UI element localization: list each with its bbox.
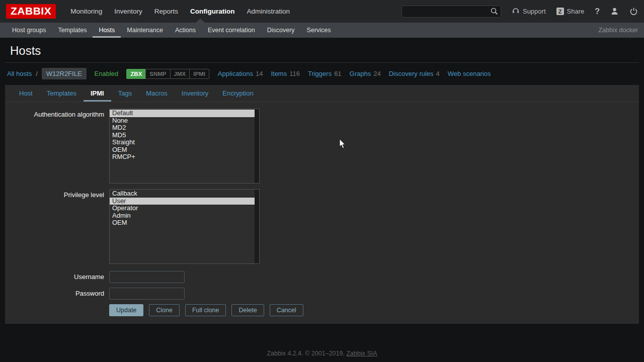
entity-link-label: Discovery rules [389,70,434,77]
entity-link-label: Applications [218,70,253,77]
form-buttons: UpdateCloneFull cloneDeleteCancel [109,304,639,316]
username-label: Username [5,271,104,281]
page-footer: Zabbix 4.2.4. © 2001–2019, Zabbix SIA [5,350,639,357]
search-input[interactable] [401,6,501,18]
share-z-icon: Z [556,8,564,15]
listbox-option[interactable]: MD2 [110,124,255,132]
host-tab[interactable]: Templates [40,85,84,102]
support-label: Support [523,8,546,15]
entity-count: 61 [334,70,341,77]
entity-count: 24 [373,70,380,77]
listbox-option[interactable]: OEM [110,146,255,154]
privilege-level-listbox[interactable]: CallbackUserOperatorAdminOEM [109,189,260,264]
username-row: Username [5,271,639,283]
host-tabs: HostTemplatesIPMITagsMacrosInventoryEncr… [5,85,639,102]
sub-menu-item[interactable]: Hosts [93,23,121,38]
form-button[interactable]: Clone [149,304,180,316]
entity-link[interactable]: Web scenarios [448,70,494,77]
footer-zabbix-sia-link[interactable]: Zabbix SIA [346,350,377,357]
entity-link-label: Triggers [308,70,332,77]
entity-link[interactable]: Applications14 [218,70,263,77]
listbox-option[interactable]: Default [110,110,255,117]
main-menu-item[interactable]: Inventory [108,8,148,15]
main-menu-item[interactable]: Reports [148,8,184,15]
form-button[interactable]: Cancel [270,304,303,316]
support-link[interactable]: Support [512,7,546,16]
host-tab[interactable]: Host [12,85,40,102]
entity-link[interactable]: Triggers61 [308,70,342,77]
listbox-option[interactable]: Admin [110,212,255,220]
auth-algorithm-listbox[interactable]: DefaultNoneMD2MD5StraightOEMRMCP+ [109,109,260,184]
sub-menu-item[interactable]: Services [301,23,337,38]
sub-menu-item[interactable]: Templates [52,23,93,38]
listbox-option[interactable]: None [110,117,255,125]
listbox-option[interactable]: User [110,198,255,205]
sub-menu-item[interactable]: Discovery [261,23,301,38]
listbox-option[interactable]: RMCP+ [110,153,255,161]
top-bar: ZABBIX MonitoringInventoryReportsConfigu… [0,0,644,23]
auth-algorithm-row: Authentication algorithm DefaultNoneMD2M… [5,109,639,184]
listbox-option[interactable]: Callback [110,190,255,198]
share-link[interactable]: Z Share [556,8,585,15]
footer-text: Zabbix 4.2.4. © 2001–2019, [267,350,346,357]
listbox-scrollbar[interactable] [255,190,259,263]
entity-link[interactable]: Discovery rules4 [389,70,440,77]
entity-link-label: Web scenarios [448,70,491,77]
sub-menu-item[interactable]: Event correlation [202,23,261,38]
breadcrumb-all-hosts-link[interactable]: All hosts [7,70,32,77]
main-menu-item[interactable]: Administration [241,8,296,15]
breadcrumb-host-name[interactable]: W12R2FILE [42,68,87,79]
help-icon[interactable]: ? [595,7,600,16]
listbox-option[interactable]: Operator [110,205,255,212]
auth-algorithm-label: Authentication algorithm [5,109,104,118]
search-icon[interactable] [491,8,498,17]
entity-count: 4 [436,70,440,77]
zabbix-logo[interactable]: ZABBIX [6,4,56,19]
listbox-option[interactable]: Straight [110,139,255,146]
breadcrumb: All hosts / W12R2FILE Enabled ZBXSNMPJMX… [5,63,639,85]
host-tab[interactable]: IPMI [84,85,111,102]
listbox-option[interactable]: OEM [110,219,255,227]
sub-menu-item[interactable]: Actions [169,23,202,38]
page-header: Hosts [5,38,639,63]
privilege-level-label: Privilege level [5,189,104,199]
main-menu-item[interactable]: Monitoring [64,8,108,15]
listbox-option[interactable]: MD5 [110,132,255,139]
active-menu-caret [196,19,205,23]
form-button[interactable]: Update [109,304,143,316]
entity-link[interactable]: Graphs24 [350,70,381,77]
sub-menu-item[interactable]: Maintenance [121,23,169,38]
form-button[interactable]: Delete [231,304,264,316]
entity-link-label: Items [271,70,287,77]
host-tab[interactable]: Macros [139,85,175,102]
interface-availability-badges: ZBXSNMPJMXIPMI [126,69,209,79]
entity-link[interactable]: Items116 [271,70,300,77]
entity-link-label: Graphs [350,70,371,77]
headphones-icon [512,7,520,16]
user-profile-icon[interactable] [610,7,619,16]
username-field[interactable] [109,271,185,283]
page-title: Hosts [10,44,634,58]
host-tab[interactable]: Inventory [175,85,215,102]
interface-badge: JMX [170,69,190,79]
sub-menu-list: Host groupsTemplatesHostsMaintenanceActi… [6,23,337,38]
host-entity-links: Applications14Items116Triggers61Graphs24… [218,70,502,77]
host-status-badge[interactable]: Enabled [95,70,119,77]
auth-options: DefaultNoneMD2MD5StraightOEMRMCP+ [110,109,255,161]
host-tab[interactable]: Tags [111,85,139,102]
host-tab[interactable]: Encryption [215,85,260,102]
logout-power-icon[interactable] [629,7,638,16]
ipmi-form: Authentication algorithm DefaultNoneMD2M… [5,102,639,316]
main-menu: MonitoringInventoryReportsConfigurationA… [64,8,296,15]
main-content: Hosts All hosts / W12R2FILE Enabled ZBXS… [5,38,639,357]
listbox-scrollbar[interactable] [255,109,259,183]
form-buttons-row: UpdateCloneFull cloneDeleteCancel [5,304,639,316]
main-menu-item[interactable]: Configuration [184,8,240,15]
form-button[interactable]: Full clone [185,304,226,316]
entity-count: 116 [289,70,300,77]
password-field[interactable] [109,288,185,300]
sub-menu-item[interactable]: Host groups [6,23,52,38]
search-box [401,6,501,18]
entity-count: 14 [256,70,263,77]
breadcrumb-separator: / [36,70,38,77]
